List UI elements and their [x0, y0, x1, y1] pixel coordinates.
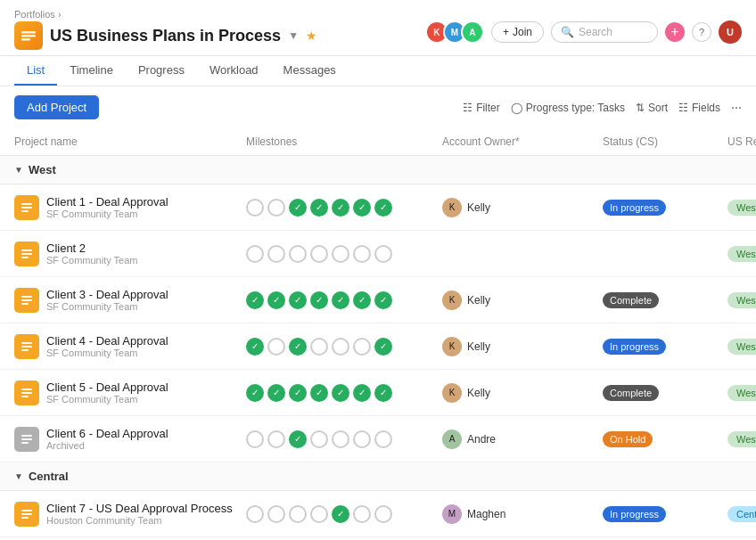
project-info: Client 6 - Deal Approval Archived — [46, 427, 168, 451]
col-milestones: Milestones — [246, 132, 442, 151]
table-row[interactable]: Client 7 - US Deal Approval Process Hous… — [0, 491, 756, 537]
milestone-empty — [310, 245, 328, 263]
progress-icon: ◯ — [511, 102, 522, 114]
project-cell: Client 1 - Deal Approval SF Community Te… — [14, 188, 246, 227]
milestone-complete: ✓ — [246, 338, 264, 356]
search-box[interactable]: 🔍 Search — [551, 21, 658, 43]
title-chevron-icon[interactable]: ▼ — [288, 29, 299, 42]
tab-messages[interactable]: Messages — [271, 56, 349, 86]
owner-cell: A Andre — [442, 422, 603, 456]
owner-name: Maghen — [467, 508, 505, 520]
owner-cell: K Kelly — [442, 283, 603, 317]
project-info: Client 3 - Deal Approval SF Community Te… — [46, 288, 168, 312]
milestone-empty — [289, 245, 307, 263]
status-cell: In progress — [603, 499, 727, 529]
project-cell: Client 6 - Deal Approval Archived — [14, 420, 246, 459]
region-cell: West — [727, 424, 756, 454]
milestone-empty — [310, 338, 328, 356]
milestone-empty — [332, 338, 349, 356]
milestone-complete: ✓ — [374, 199, 392, 217]
project-icon — [14, 288, 39, 313]
owner-avatar: K — [442, 198, 462, 217]
favorite-star-icon[interactable]: ★ — [306, 29, 317, 43]
milestone-complete: ✓ — [332, 199, 349, 217]
col-project-name: Project name — [14, 132, 246, 151]
table-row[interactable]: Client 6 - Deal Approval Archived ✓ A An… — [0, 416, 756, 462]
milestone-complete: ✓ — [353, 199, 371, 217]
milestone-complete: ✓ — [310, 291, 328, 309]
title-row: US Business Plans in Process ▼ ★ — [14, 21, 317, 50]
group-name: West — [29, 163, 56, 176]
owner-name: Andre — [467, 433, 496, 446]
project-subtitle: SF Community Team — [46, 394, 168, 405]
milestones-cell: ✓✓✓ — [246, 331, 442, 363]
region-cell: West — [727, 192, 756, 223]
table-row[interactable]: Client 3 - Deal Approval SF Community Te… — [0, 277, 756, 323]
tab-list[interactable]: List — [14, 56, 57, 86]
left-header: Portfolios › US Business Plans in Proces… — [14, 9, 317, 55]
app-container: Portfolios › US Business Plans in Proces… — [0, 0, 756, 540]
sort-button[interactable]: ⇅ Sort — [636, 102, 668, 114]
region-badge: Central — [727, 506, 756, 522]
list-icon — [21, 201, 33, 214]
region-badge: West — [727, 292, 756, 308]
tab-progress[interactable]: Progress — [126, 56, 197, 86]
milestone-complete: ✓ — [289, 199, 307, 217]
region-cell: West — [727, 378, 756, 408]
milestones-cell: ✓✓✓✓✓ — [246, 192, 442, 224]
milestone-empty — [246, 199, 264, 217]
milestone-empty — [267, 338, 285, 356]
milestone-empty — [353, 338, 371, 356]
join-button[interactable]: + Join — [491, 21, 544, 43]
tabs-bar: List Timeline Progress Workload Messages — [0, 56, 756, 86]
table-row[interactable]: Client 2 SF Community Team West — [0, 231, 756, 277]
project-icon — [14, 195, 39, 220]
project-name: Client 1 - Deal Approval — [46, 195, 168, 209]
help-button[interactable]: ? — [692, 22, 711, 42]
sort-icon: ⇅ — [636, 102, 645, 114]
project-info: Client 2 SF Community Team — [46, 241, 138, 266]
group-header-central[interactable]: ▼ Central — [0, 462, 756, 491]
global-add-button[interactable]: + — [665, 22, 685, 42]
col-region: US Region — [727, 132, 756, 151]
status-badge: Complete — [603, 292, 659, 308]
list-icon — [21, 248, 33, 260]
milestone-empty — [267, 245, 285, 263]
project-icon — [14, 241, 39, 266]
svg-rect-22 — [21, 513, 32, 515]
filter-button[interactable]: ☷ Filter — [463, 102, 500, 114]
project-cell: Client 4 - Deal Approval SF Community Te… — [14, 327, 246, 366]
milestone-complete: ✓ — [267, 384, 285, 402]
milestone-empty — [267, 199, 285, 217]
project-cell: Client 3 - Deal Approval SF Community Te… — [14, 281, 246, 320]
list-icon — [21, 508, 33, 520]
milestone-complete: ✓ — [374, 338, 392, 356]
fields-button[interactable]: ☷ Fields — [678, 102, 720, 114]
more-button[interactable]: ⋯ — [731, 102, 742, 114]
table-row[interactable]: Client 5 - Deal Approval SF Community Te… — [0, 370, 756, 416]
milestones-cell: ✓✓✓✓✓✓✓ — [246, 284, 442, 316]
milestone-complete: ✓ — [246, 384, 264, 402]
progress-type-button[interactable]: ◯ Progress type: Tasks — [511, 102, 625, 114]
svg-rect-1 — [21, 35, 36, 37]
group-header-west[interactable]: ▼ West — [0, 156, 756, 184]
milestone-empty — [332, 245, 349, 263]
tab-workload[interactable]: Workload — [197, 56, 271, 86]
milestone-complete: ✓ — [289, 291, 307, 309]
tab-timeline[interactable]: Timeline — [57, 56, 126, 86]
region-badge: West — [727, 200, 756, 216]
table-row[interactable]: Client 1 - Deal Approval SF Community Te… — [0, 184, 756, 231]
owner-cell: M Maghen — [442, 497, 603, 531]
user-avatar[interactable]: U — [719, 20, 742, 44]
add-project-button[interactable]: Add Project — [14, 95, 99, 119]
svg-rect-19 — [21, 438, 32, 440]
table-row[interactable]: Client 4 - Deal Approval SF Community Te… — [0, 323, 756, 370]
list-icon — [21, 294, 33, 307]
svg-rect-0 — [21, 31, 36, 34]
svg-rect-4 — [21, 207, 32, 209]
project-name: Client 2 — [46, 241, 138, 255]
group-name: Central — [29, 470, 69, 483]
owner-name: Kelly — [467, 340, 490, 353]
svg-rect-7 — [21, 253, 32, 255]
project-info: Client 5 - Deal Approval SF Community Te… — [46, 380, 168, 405]
